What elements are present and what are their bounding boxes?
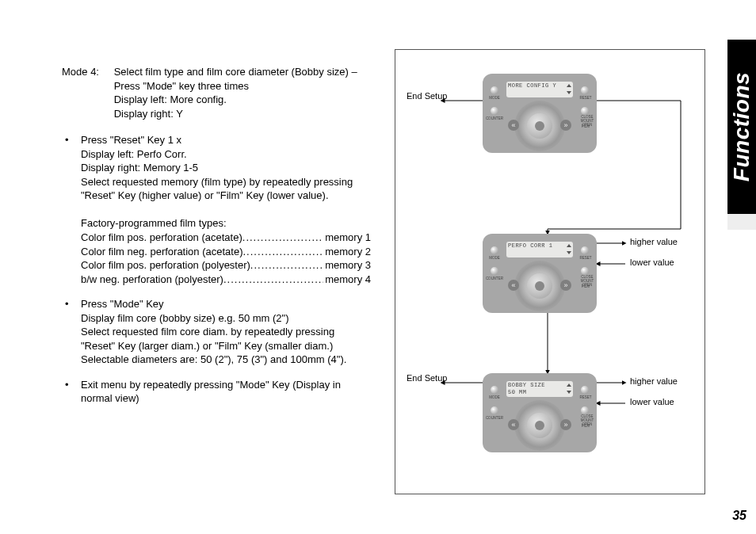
- label-higher-value-1: higher value: [630, 237, 678, 246]
- chevron-left-icon: «: [508, 419, 519, 430]
- triangle-up-icon: [567, 84, 571, 87]
- film-row-3: Color film pos. perforation (polyester) …: [81, 258, 371, 273]
- bullet-1: Press "Reset" Key 1 x Display left: Perf…: [62, 133, 371, 286]
- panel3-display-line2: 50 MM: [508, 389, 571, 396]
- btn-label-film: FILM: [576, 124, 595, 128]
- film-label: Color film pos. perforation (polyester): [81, 258, 250, 273]
- section-tab-label: Functions: [729, 72, 754, 181]
- close-mount-open-button: [581, 107, 589, 115]
- control-panel-2: PERFO CORR 1 MODE RESET COUNTER CLOSE MO…: [483, 234, 597, 313]
- b1-line3: Display right: Memory 1-5: [81, 162, 198, 174]
- page: Functions 35 Mode 4: Select film type an…: [0, 0, 756, 534]
- panel2-display-line1: PERFO CORR 1: [508, 242, 552, 249]
- btn-label-reset: RESET: [576, 96, 595, 100]
- flow-diagram: End Setup higher value lower value End S…: [395, 49, 705, 494]
- mode4-line3: Display right: Y: [114, 108, 183, 120]
- film-mem: memory 2: [323, 245, 371, 259]
- film-label: Color film neg. perforation (acetate): [81, 245, 242, 259]
- label-end-setup-bottom: End Setup: [407, 373, 447, 383]
- dots: [242, 231, 323, 245]
- reset-button: [581, 246, 589, 254]
- triangle-down-icon: [567, 91, 571, 94]
- dots: [242, 245, 323, 259]
- film-row-2: Color film neg. perforation (acetate) me…: [81, 245, 371, 259]
- dial-icon: [514, 101, 565, 151]
- btn-label-counter: COUNTER: [485, 277, 504, 280]
- mode4-line2: Display left: More config.: [114, 93, 227, 105]
- btn-label-reset: RESET: [576, 256, 595, 260]
- mode4-body: Select film type and film core diameter …: [114, 65, 368, 120]
- chevron-right-icon: »: [560, 419, 571, 430]
- b1-line1: Press "Reset" Key 1 x: [81, 134, 181, 146]
- control-panel-1: MORE CONFIG Y MODE RESET COUNTER CLOSE M…: [483, 74, 597, 153]
- panel3-display-line1: BOBBY SIZE: [508, 382, 545, 388]
- counter-button: [491, 107, 498, 115]
- b2-line1: Press "Mode" Key: [81, 298, 164, 310]
- film-row-1: Color film pos. perforation (acetate) me…: [81, 231, 371, 245]
- body-text: Mode 4: Select film type and film core d…: [62, 65, 371, 417]
- mode4-line1: Select film type and film core diameter …: [114, 66, 357, 92]
- btn-label-film: FILM: [576, 284, 595, 288]
- mode-button: [491, 86, 498, 94]
- b2-line3: Select requested film core diam. by repe…: [81, 326, 346, 365]
- dots: [223, 273, 323, 287]
- film-mem: memory 3: [323, 258, 371, 273]
- btn-label-counter: COUNTER: [485, 416, 504, 420]
- btn-label-mode: MODE: [485, 256, 504, 260]
- triangle-up-icon: [567, 383, 571, 387]
- triangle-down-icon: [567, 391, 571, 394]
- triangle-up-icon: [567, 244, 571, 247]
- mode-button: [491, 246, 498, 254]
- dial-icon: [514, 261, 565, 311]
- label-lower-value-2: lower value: [630, 397, 674, 406]
- bullet-3: Exit menu by repeatedly pressing "Mode" …: [62, 378, 371, 406]
- chevron-left-icon: «: [508, 120, 519, 131]
- b3-text: Exit menu by repeatedly pressing "Mode" …: [81, 379, 341, 405]
- section-tab: Functions: [727, 40, 756, 214]
- counter-button: [491, 406, 498, 414]
- counter-button: [491, 267, 498, 275]
- btn-label-film: FILM: [576, 424, 595, 428]
- btn-label-reset: RESET: [576, 395, 595, 399]
- triangle-down-icon: [567, 251, 571, 254]
- b1-line4: Select requested memory (film type) by r…: [81, 176, 353, 202]
- mode4-block: Mode 4: Select film type and film core d…: [62, 65, 371, 120]
- panel2-display: PERFO CORR 1: [506, 242, 573, 257]
- panel1-display-line1: MORE CONFIG Y: [508, 82, 556, 89]
- dial-icon: [514, 400, 565, 451]
- bullet-2: Press "Mode" Key Display film core (bobb…: [62, 297, 371, 367]
- chevron-left-icon: «: [508, 280, 519, 291]
- reset-button: [581, 386, 589, 394]
- panel1-display: MORE CONFIG Y: [506, 82, 573, 97]
- dots: [250, 258, 323, 273]
- panel3-display: BOBBY SIZE 50 MM: [506, 381, 573, 397]
- btn-label-mode: MODE: [485, 395, 504, 399]
- label-higher-value-2: higher value: [630, 376, 678, 386]
- btn-label-counter: COUNTER: [485, 116, 504, 120]
- film-row-4: b/w neg. perforation (polyester) memory …: [81, 273, 371, 287]
- film-mem: memory 1: [323, 231, 371, 245]
- page-number: 35: [732, 509, 746, 523]
- label-end-setup-top: End Setup: [407, 91, 447, 101]
- b2-line2: Display film core (bobby size) e.g. 50 m…: [81, 312, 289, 324]
- mode4-label: Mode 4:: [62, 65, 111, 79]
- reset-button: [581, 86, 589, 94]
- close-mount-open-button: [581, 267, 589, 275]
- b1-line2: Display left: Perfo Corr.: [81, 148, 187, 160]
- film-label: b/w neg. perforation (polyester): [81, 273, 223, 287]
- mode-button: [491, 386, 498, 394]
- control-panel-3: BOBBY SIZE 50 MM MODE RESET COUNTER CLOS…: [483, 373, 597, 452]
- section-tab-spacer: [727, 214, 756, 230]
- chevron-right-icon: »: [560, 120, 571, 131]
- chevron-right-icon: »: [560, 280, 571, 291]
- b1-factory-header: Factory-programmed film types:: [81, 217, 227, 229]
- close-mount-open-button: [581, 406, 589, 414]
- film-label: Color film pos. perforation (acetate): [81, 231, 242, 245]
- btn-label-mode: MODE: [485, 96, 504, 100]
- film-mem: memory 4: [323, 273, 371, 287]
- label-lower-value-1: lower value: [630, 257, 674, 267]
